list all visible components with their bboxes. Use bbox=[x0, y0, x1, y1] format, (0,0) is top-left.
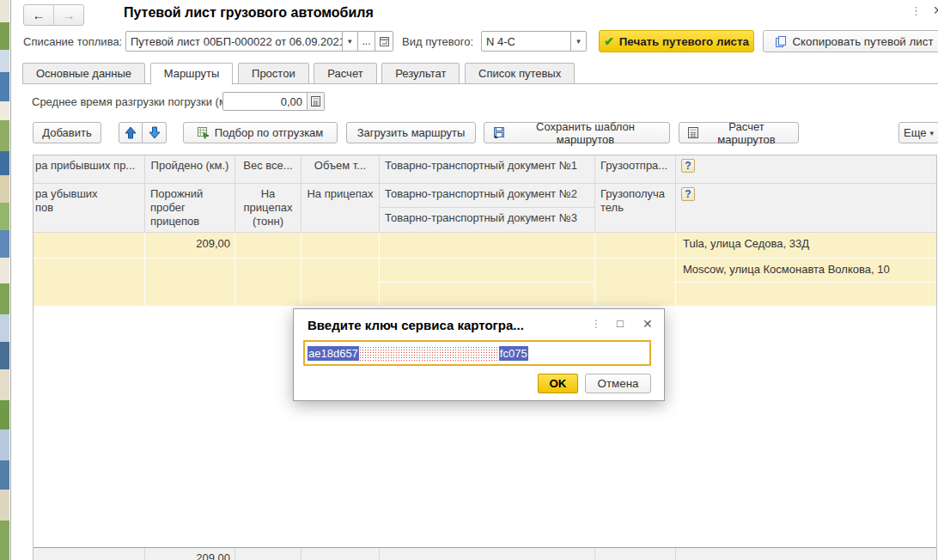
avg-unload-time-field[interactable]: 0,00 bbox=[222, 92, 325, 111]
chevron-down-icon[interactable]: ▾ bbox=[570, 32, 586, 51]
waybill-type-field[interactable]: N 4-C ▾ bbox=[481, 31, 587, 52]
calculate-routes-button[interactable]: Расчет маршрутов bbox=[679, 122, 799, 143]
save-route-template-label: Сохранить шаблон маршрутов bbox=[510, 120, 661, 146]
waybill-window: ← → Путевой лист грузового автомобиля ⋮ … bbox=[10, 0, 938, 560]
more-actions-button[interactable]: Еще ▾ bbox=[898, 122, 938, 143]
column-header-departed-trailers[interactable]: ра убывших пов bbox=[34, 184, 145, 233]
dialog-title: Введите ключ сервиса картогра... bbox=[308, 318, 524, 332]
help-button[interactable]: ? bbox=[681, 187, 695, 201]
copy-waybill-button[interactable]: Скопировать путевой лист bbox=[763, 30, 938, 52]
tab-downtime[interactable]: Простои bbox=[238, 63, 309, 84]
footer-cell bbox=[380, 548, 595, 560]
background-thumbnails-strip bbox=[0, 0, 9, 560]
table-cell[interactable] bbox=[302, 233, 380, 259]
key-selected-end: fc075 bbox=[499, 346, 528, 361]
cancel-button[interactable]: Отмена bbox=[585, 374, 651, 393]
table-cell[interactable] bbox=[302, 259, 380, 307]
departed-trailers-line1: ра убывших bbox=[35, 187, 139, 201]
column-header-consignee[interactable]: Грузополуча тель bbox=[595, 184, 676, 233]
fuel-writeoff-label: Списание топлива: bbox=[23, 35, 122, 48]
save-route-template-button[interactable]: Сохранить шаблон маршрутов bbox=[484, 122, 670, 143]
add-row-button[interactable]: Добавить bbox=[33, 122, 101, 143]
tab-bar: Основные данные Маршруты Простои Расчет … bbox=[22, 62, 938, 84]
column-header-arrived-trailers[interactable]: ра прибывших пр... bbox=[34, 155, 145, 184]
table-cell[interactable] bbox=[380, 283, 595, 307]
redacted-key-segment bbox=[359, 346, 499, 361]
table-cell[interactable] bbox=[34, 259, 145, 307]
column-header-volume[interactable]: Объем т... bbox=[302, 155, 380, 184]
departed-trailers-line2: пов bbox=[35, 201, 139, 215]
footer-cell bbox=[235, 548, 302, 560]
pick-by-shipments-button[interactable]: Подбор по отгрузкам bbox=[183, 122, 338, 143]
maximize-icon[interactable]: □ bbox=[617, 317, 624, 330]
move-up-icon[interactable] bbox=[119, 122, 143, 143]
footer-cell bbox=[34, 548, 145, 560]
fuel-writeoff-value[interactable]: Путевой лист 00БП-000022 от 06.09.2021 bbox=[126, 32, 342, 51]
table-cell[interactable] bbox=[145, 259, 235, 307]
window-close-icon[interactable]: ✕ bbox=[933, 3, 938, 17]
waybill-type-value[interactable]: N 4-C bbox=[482, 32, 570, 51]
avg-unload-time-label: Среднее время разгрузки погрузки (мин): bbox=[32, 95, 246, 108]
table-cell[interactable] bbox=[34, 233, 145, 259]
table-cell-address[interactable]: Tula, улица Седова, 33Д bbox=[676, 233, 937, 259]
column-header-empty-run[interactable]: Порожний пробег прицепов bbox=[145, 184, 235, 233]
footer-total-distance: 209,00 bbox=[145, 548, 235, 560]
move-down-icon[interactable] bbox=[143, 122, 167, 143]
move-row-group bbox=[119, 122, 167, 143]
window-menu-icon[interactable]: ⋮ bbox=[911, 4, 923, 17]
dialog-close-icon[interactable]: ✕ bbox=[643, 317, 653, 331]
column-header-ttd3[interactable]: Товарно-транспортный документ №3 bbox=[380, 208, 595, 233]
tab-calculation[interactable]: Расчет bbox=[314, 63, 376, 84]
table-cell-distance[interactable]: 209,00 bbox=[145, 233, 235, 259]
calculate-routes-label: Расчет маршрутов bbox=[704, 120, 789, 146]
check-icon: ✔ bbox=[604, 34, 614, 48]
fuel-writeoff-field[interactable]: Путевой лист 00БП-000022 от 06.09.2021 ▾… bbox=[125, 31, 393, 52]
dialog-menu-icon[interactable]: ⋮ bbox=[591, 318, 601, 330]
column-header-address-2[interactable]: ? bbox=[676, 184, 937, 233]
chevron-down-icon: ▾ bbox=[929, 129, 934, 137]
save-template-icon bbox=[493, 127, 505, 139]
column-header-distance[interactable]: Пройдено (км.) bbox=[145, 155, 235, 184]
copy-icon bbox=[776, 36, 787, 47]
waybill-type-label: Вид путевого: bbox=[402, 35, 473, 48]
open-form-icon[interactable] bbox=[375, 32, 393, 51]
column-header-volume-trailers[interactable]: На прицепах bbox=[302, 184, 380, 233]
avg-unload-time-value[interactable]: 0,00 bbox=[223, 93, 307, 110]
forward-icon[interactable]: → bbox=[54, 5, 83, 25]
table-cell[interactable] bbox=[235, 259, 302, 307]
column-header-consignor[interactable]: Грузоотпра... bbox=[595, 155, 676, 184]
footer-cell bbox=[595, 548, 676, 560]
chevron-down-icon[interactable]: ▾ bbox=[342, 32, 357, 51]
table-cell-address[interactable]: Moscow, улица Космонавта Волкова, 10 bbox=[676, 259, 937, 283]
back-icon[interactable]: ← bbox=[24, 5, 54, 25]
table-cell[interactable] bbox=[380, 259, 595, 283]
load-routes-button[interactable]: Загрузить маршруты bbox=[346, 122, 476, 143]
tab-waybill-list[interactable]: Список путевых bbox=[465, 63, 575, 84]
help-button[interactable]: ? bbox=[681, 159, 695, 173]
app-root: ← → Путевой лист грузового автомобиля ⋮ … bbox=[0, 0, 938, 560]
choose-button[interactable]: ... bbox=[357, 32, 375, 51]
table-cell[interactable] bbox=[595, 233, 676, 259]
table-cell[interactable] bbox=[595, 259, 676, 307]
key-selected-start: ae18d657 bbox=[308, 346, 359, 361]
pick-by-shipments-label: Подбор по отгрузкам bbox=[215, 126, 324, 139]
ok-button[interactable]: OK bbox=[538, 374, 578, 393]
page-title: Путевой лист грузового автомобиля bbox=[124, 5, 374, 21]
tab-main-data[interactable]: Основные данные bbox=[22, 63, 145, 84]
map-service-key-input[interactable]: ae18d657fc075 bbox=[303, 340, 651, 366]
table-cell[interactable] bbox=[676, 283, 937, 307]
footer-cell bbox=[302, 548, 380, 560]
column-header-weight-trailers[interactable]: На прицепах (тонн) bbox=[235, 184, 302, 233]
table-cell[interactable] bbox=[380, 233, 595, 259]
tab-routes[interactable]: Маршруты bbox=[150, 63, 234, 85]
column-header-ttd1[interactable]: Товарно-транспортный документ №1 bbox=[380, 155, 595, 184]
calculator-icon[interactable] bbox=[307, 93, 324, 110]
map-service-key-dialog: Введите ключ сервиса картогра... ⋮ □ ✕ a… bbox=[293, 308, 665, 401]
pick-table-icon bbox=[198, 127, 210, 139]
print-waybill-button[interactable]: ✔ Печать путевого листа bbox=[599, 30, 754, 52]
column-header-address-1[interactable]: ? bbox=[676, 155, 937, 184]
column-header-weight[interactable]: Вес все... bbox=[235, 155, 302, 184]
table-cell[interactable] bbox=[235, 233, 302, 259]
tab-result[interactable]: Результат bbox=[381, 63, 460, 84]
column-header-ttd2[interactable]: Товарно-транспортный документ №2 bbox=[380, 184, 595, 208]
